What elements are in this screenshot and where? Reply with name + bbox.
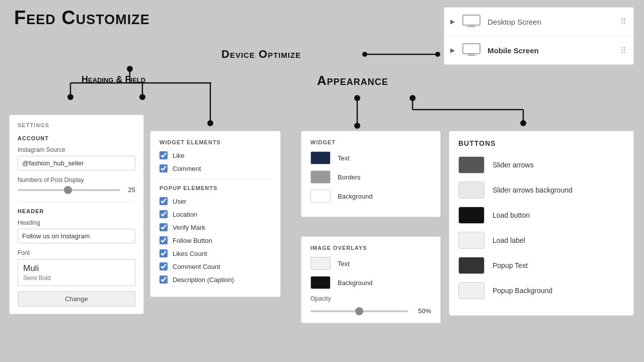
comment-checkbox[interactable] [159,164,168,172]
desktop-expand-arrow: ▶ [450,18,457,25]
user-checkbox[interactable] [159,197,168,205]
like-checkbox[interactable] [159,151,168,159]
location-checkbox[interactable] [159,210,168,218]
follow-checkbox[interactable] [159,236,168,244]
opacity-value: 50% [413,307,431,315]
widget-borders-row: Borders [310,170,431,184]
heading-field-label: Heading & Field [82,74,145,85]
desktop-label: Desktop Screen [488,18,620,26]
svg-point-14 [410,95,416,101]
overlay-bg-label: Background [338,279,372,287]
popup-text-label: Popup Text [493,261,528,269]
load-button-swatch[interactable] [458,207,485,224]
svg-point-2 [435,52,440,57]
page-title: Feed Customize [14,7,150,29]
popup-bg-swatch[interactable] [458,282,485,299]
svg-point-15 [520,120,526,126]
popup-elements-title: POPUP ELEMENTS [159,185,271,191]
svg-point-4 [67,94,73,100]
widget-text-row: Text [310,151,431,164]
font-box: Muli Semi Bold [18,259,135,286]
overlay-bg-row: Background [310,276,431,289]
widget-background-label: Background [338,193,372,200]
load-label-swatch[interactable] [458,232,485,249]
widget-borders-label: Borders [338,173,361,181]
popup-bg-label: Popup Background [493,287,552,295]
load-label-label: Load label [493,236,525,244]
load-label-row: Load label [458,232,624,249]
slider-arrows-bg-swatch[interactable] [458,182,485,199]
widget-background-row: Background [310,190,431,203]
svg-point-13 [354,123,360,129]
slider-arrows-bg-label: Slider arrows background [493,186,573,194]
post-display-label: Numbers of Post Display [18,176,135,184]
widget-divider [159,178,271,179]
change-font-button[interactable]: Change [18,291,135,307]
svg-rect-20 [463,15,480,25]
comment-label: Comment [173,165,201,172]
likes-count-checkbox[interactable] [159,249,168,257]
slider-arrows-bg-row: Slider arrows background [458,182,624,199]
follow-row: Follow Button [159,236,271,244]
widget-background-swatch[interactable] [310,190,331,203]
svg-rect-23 [463,44,480,54]
buttons-panel: BUTTONS Slider arrows Slider arrows back… [449,131,634,316]
desktop-screen-item[interactable]: ▶ Desktop Screen ⠿ [444,8,633,36]
comment-count-row: Comment Count [159,262,271,270]
instagram-source-input[interactable] [18,156,135,170]
widget-borders-swatch[interactable] [310,170,331,184]
user-row: User [159,197,271,205]
verify-row: Verify Mark [159,223,271,231]
font-name: Muli [23,263,130,274]
widget-text-swatch[interactable] [310,151,331,164]
widget-appearance-panel: WIDGET Text Borders Background [301,131,441,217]
location-row: Location [159,210,271,218]
settings-panel: SETTINGS ACCOUNT Instagram Source Number… [9,115,144,314]
location-label: Location [173,211,197,218]
post-display-value: 25 [124,186,135,194]
overlay-text-row: Text [310,257,431,270]
load-button-label: Load button [493,211,530,219]
image-overlays-title: IMAGE OVERLAYS [310,245,431,251]
instagram-source-label: Instagram Source [18,146,135,153]
slider-arrows-swatch[interactable] [458,156,485,173]
opacity-label: Opacity [310,295,431,302]
account-section-label: ACCOUNT [18,135,135,141]
description-label: Description (Caption) [173,276,234,284]
device-optimize-label: Device Optimize [221,48,301,61]
widget-text-label: Text [338,154,350,162]
slider-arrows-row: Slider arrows [458,156,624,173]
mobile-screen-item[interactable]: ▶ Mobile Screen ⠿ [444,36,633,64]
mobile-icon [462,43,480,57]
comment-count-checkbox[interactable] [159,262,168,270]
like-label: Like [173,152,185,159]
popup-text-swatch[interactable] [458,257,485,274]
slider-arrows-label: Slider arrows [493,161,534,169]
opacity-slider[interactable] [310,310,408,312]
overlay-text-swatch[interactable] [310,257,331,270]
follow-label: Follow Button [173,237,212,244]
font-weight: Semi Bold [23,275,130,282]
comment-row: Comment [159,164,271,172]
buttons-title: BUTTONS [458,139,624,147]
verify-label: Verify Mark [173,224,205,231]
popup-text-row: Popup Text [458,257,624,274]
overlay-text-label: Text [338,260,350,267]
heading-input[interactable] [18,229,135,243]
overlay-bg-swatch[interactable] [310,276,331,289]
appearance-label: Appearance [317,73,388,88]
svg-point-5 [139,94,145,100]
mobile-expand-arrow: ▶ [450,47,457,54]
widget-elements-title: WIDGET ELEMENTS [159,139,271,145]
opacity-row: 50% [310,307,431,315]
likes-count-label: Likes Count [173,250,207,257]
image-overlays-panel: IMAGE OVERLAYS Text Background Opacity 5… [301,236,441,323]
comment-count-label: Comment Count [173,263,220,270]
verify-checkbox[interactable] [159,223,168,231]
widget-appearance-title: WIDGET [310,139,431,145]
settings-title: SETTINGS [18,122,135,128]
description-checkbox[interactable] [159,276,168,284]
settings-divider-1 [18,202,135,202]
post-display-slider[interactable] [18,189,120,191]
heading-label: Heading [18,219,135,226]
